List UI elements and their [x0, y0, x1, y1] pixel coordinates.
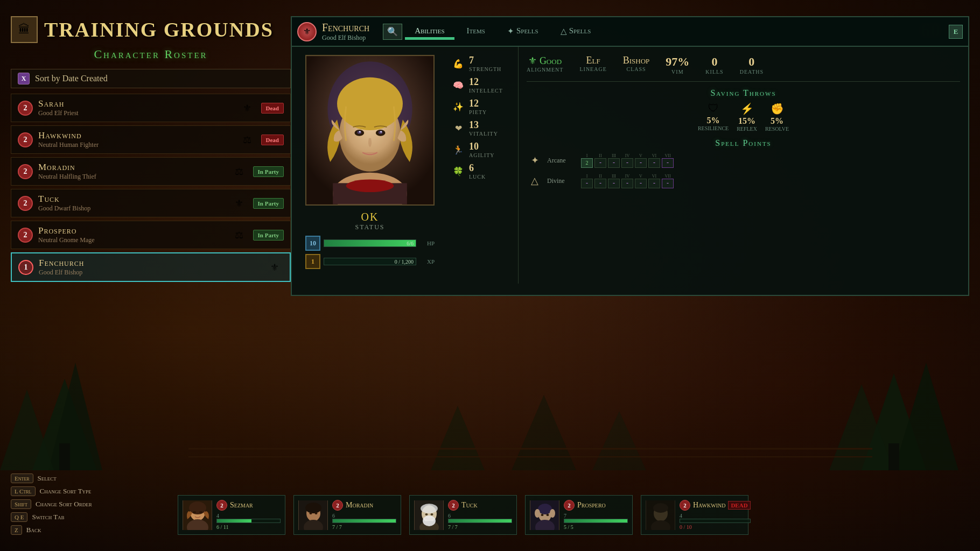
stats-column: 💪 7 Strength 🧠 12 Intellect ✨ 12 Piety: [448, 47, 518, 284]
char-info-prospero: Prospero Neutral Gnome Mage: [38, 225, 225, 244]
arcane-icon: ✦: [527, 152, 543, 168]
party-hp-fill-tuck: [449, 519, 512, 522]
xp-bar-container: 0 / 1,200: [324, 258, 416, 265]
agility-value: 10: [469, 141, 515, 152]
char-name-hawkwind: Hawkwind: [38, 130, 233, 141]
level-badge: 1: [305, 254, 320, 269]
saving-throws: 🛡 5% Resilience ⚡ 15% Reflex ✊ 5% Resolv…: [527, 102, 960, 132]
party-header-sezmar: 2 Sezmar: [216, 500, 281, 511]
action-switch-tab: Switch Tab: [32, 513, 64, 521]
party-hp-bar-sezmar: [216, 519, 281, 523]
agility-label: Agility: [469, 152, 515, 158]
vitality-value: 13: [469, 119, 515, 131]
party-ac-tuck: 6: [448, 513, 512, 519]
piety-values: 12 Piety: [469, 98, 515, 115]
hp-bar-fill: [324, 240, 416, 246]
sort-bar[interactable]: X Sort by Date Created: [11, 69, 291, 88]
reflex-icon: ⚡: [737, 102, 757, 115]
saving-throws-title: Saving Throws: [527, 88, 960, 98]
vitality-label: Vitality: [469, 131, 515, 137]
save-resolve: ✊ 5% Resolve: [765, 102, 789, 132]
tab-divine-spells[interactable]: △ Spells: [551, 23, 601, 40]
header-char-name: Fenchurch: [322, 22, 369, 34]
party-hp-text-moradin: 7 / 7: [332, 524, 396, 530]
char-info-sarah: Sarah Good Elf Priest: [38, 98, 233, 117]
svg-point-42: [425, 513, 428, 515]
resolve-label: Resolve: [765, 126, 789, 132]
kills-value: 0: [705, 55, 723, 69]
luck-label: Luck: [469, 174, 515, 180]
tab-arcane-spells[interactable]: ✦ Spells: [498, 23, 548, 40]
party-portrait-hawkwind: [646, 500, 675, 530]
key-q-e: Q E: [11, 512, 27, 522]
party-member-moradin[interactable]: 2 Moradin 6 7 / 7: [293, 495, 401, 535]
alignment-col: ⚜ Good Alignment: [527, 55, 563, 75]
party-hp-text-prospero: 5 / 5: [564, 524, 628, 530]
party-level-sezmar: 2: [216, 500, 227, 511]
party-member-prospero[interactable]: 2 Prospero 7 5 / 5: [525, 495, 633, 535]
char-level-tuck: 2: [18, 196, 33, 211]
arcane-slot-4: -: [621, 158, 633, 168]
piety-icon: ✨: [451, 99, 466, 114]
party-ac-sezmar: 4: [216, 513, 281, 519]
arcane-levels-group: I II III IV V VI VII 2 - - - - -: [581, 153, 674, 168]
intellect-values: 12 Intellect: [469, 76, 515, 94]
char-level-sarah: 2: [18, 101, 33, 116]
arcane-slot-7: -: [662, 158, 674, 168]
kills-col: 0 Kills: [705, 55, 723, 75]
divine-slot-5: -: [635, 179, 647, 188]
char-alignment-icon-tuck: ⚜: [230, 195, 248, 212]
party-member-hawkwind[interactable]: 2 Hawkwind DEAD 4 0 / 10: [641, 495, 748, 535]
tab-e-key[interactable]: E: [949, 25, 963, 39]
svg-point-40: [421, 504, 438, 513]
party-ac-moradin: 6: [332, 513, 396, 519]
party-bar: 2 Sezmar 4 6 / 11 2 Moradin: [178, 495, 969, 535]
char-item-fenchurch[interactable]: 1 Fenchurch Good Elf Bishop ⚜: [11, 252, 291, 282]
stat-agility: 🏃 10 Agility: [451, 141, 515, 158]
piety-label: Piety: [469, 109, 515, 115]
svg-point-31: [199, 511, 202, 513]
action-sort-order: Change Sort Order: [36, 500, 92, 508]
svg-point-30: [193, 511, 196, 513]
char-item-tuck[interactable]: 2 Tuck Good Dwarf Bishop ⚜ In Party: [11, 189, 291, 217]
party-hp-bar-prospero: [564, 519, 628, 523]
char-item-moradin[interactable]: 2 Moradin Neutral Halfling Thief ⚖ In Pa…: [11, 157, 291, 186]
status-value: OK: [355, 211, 384, 223]
tab-items[interactable]: Items: [457, 23, 495, 40]
main-content: OK Status 10 6/6 HP 1: [292, 47, 968, 284]
search-button[interactable]: 🔍: [383, 24, 402, 40]
status-label-text: Status: [355, 223, 384, 231]
kb-sort-order: Shift Change Sort Order: [11, 499, 92, 509]
party-header-hawkwind: 2 Hawkwind DEAD: [680, 500, 751, 511]
deaths-value: 0: [740, 55, 764, 69]
divine-slot-2: -: [594, 179, 606, 188]
char-alignment-icon-fenchurch: ⚜: [266, 259, 283, 276]
char-item-prospero[interactable]: 2 Prospero Neutral Gnome Mage ⚖ In Party: [11, 221, 291, 249]
party-member-sezmar[interactable]: 2 Sezmar 4 6 / 11: [178, 495, 285, 535]
alignment-value: ⚜ Good: [527, 55, 563, 67]
party-header-tuck: 2 Tuck: [448, 500, 512, 511]
party-level-moradin: 2: [332, 500, 343, 511]
divine-slot-1: -: [581, 179, 593, 188]
class-col: Bishop Class: [623, 55, 650, 75]
alignment-label: Alignment: [527, 67, 563, 73]
tab-abilities[interactable]: Abilities: [405, 23, 454, 40]
portrait-area: OK Status 10 6/6 HP 1: [292, 47, 448, 284]
svg-point-51: [535, 509, 540, 518]
luck-values: 6 Luck: [469, 163, 515, 180]
arcane-spell-row: ✦ Arcane I II III IV V VI VII 2 -: [527, 152, 960, 168]
stat-strength: 💪 7 Strength: [451, 55, 515, 72]
party-name-sezmar: Sezmar: [230, 501, 253, 510]
action-back: Back: [26, 526, 41, 534]
party-portrait-sezmar: [183, 500, 212, 530]
divine-slot-6: -: [648, 179, 660, 188]
party-name-tuck: Tuck: [461, 501, 478, 510]
party-portrait-tuck: [414, 500, 444, 530]
stat-piety: ✨ 12 Piety: [451, 98, 515, 115]
sort-label: Sort by Date Created: [35, 74, 108, 83]
party-member-tuck[interactable]: 2 Tuck 6 7 / 7: [409, 495, 517, 535]
char-item-hawkwind[interactable]: 2 Hawkwind Neutral Human Fighter ⚖ Dead: [11, 125, 291, 154]
party-info-hawkwind: 2 Hawkwind DEAD 4 0 / 10: [680, 500, 751, 530]
char-item-sarah[interactable]: 2 Sarah Good Elf Priest ⚜ Dead: [11, 94, 291, 122]
stat-vitality: ❤ 13 Vitality: [451, 119, 515, 137]
